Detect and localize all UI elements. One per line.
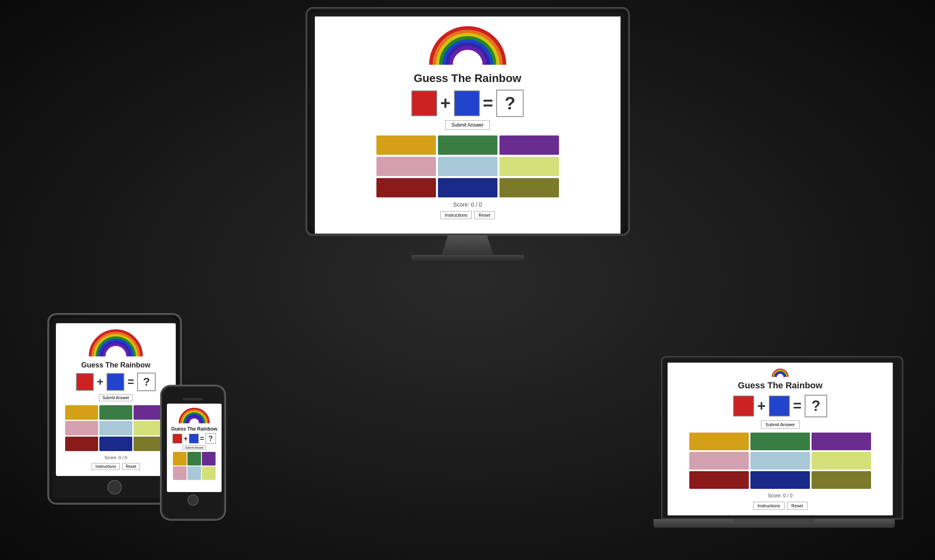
instructions-button[interactable]: Instructions [440, 211, 472, 219]
rainbow-logo-tablet [88, 328, 144, 359]
color-opt-t7[interactable] [65, 437, 98, 451]
equation-row-tablet: + = ? [76, 373, 156, 391]
plus-symbol-phone: + [183, 435, 188, 443]
plus-symbol: + [440, 93, 451, 113]
color-opt-l5[interactable] [750, 452, 810, 470]
color-opt-t2[interactable] [99, 405, 132, 420]
question-box-phone: ? [205, 433, 216, 444]
rainbow-logo-laptop [748, 368, 812, 378]
color-opt-t5[interactable] [99, 421, 132, 435]
reset-button-tablet[interactable]: Reset [122, 463, 140, 470]
plus-symbol-tablet: + [97, 375, 103, 388]
bottom-buttons-laptop: Instructions Reset [753, 502, 808, 510]
laptop-screen: Guess The Rainbow + = ? Submit Answer [668, 363, 893, 515]
color-opt-p1[interactable] [173, 452, 187, 466]
equals-symbol-phone: = [200, 435, 204, 443]
plus-symbol-laptop: + [757, 398, 766, 414]
monitor-screen: Guess The Rainbow + = ? Submit Answer [315, 16, 621, 234]
rainbow-logo [427, 25, 508, 69]
bottom-buttons: Instructions Reset [440, 211, 495, 219]
color-option-4[interactable] [376, 157, 436, 176]
rainbow-logo-phone [178, 407, 210, 425]
color-option-8[interactable] [438, 178, 497, 197]
color-opt-l9[interactable] [812, 471, 871, 489]
color-grid [376, 135, 559, 197]
color-opt-l2[interactable] [750, 433, 810, 450]
color-option-1[interactable] [376, 135, 436, 155]
color-opt-p6[interactable] [202, 466, 216, 480]
color-box-1-phone [173, 434, 182, 443]
reset-button[interactable]: Reset [474, 211, 495, 219]
color-grid-laptop [689, 433, 871, 489]
submit-button-phone[interactable]: Submit Answer [183, 445, 206, 450]
monitor-device: Guess The Rainbow + = ? Submit Answer [306, 8, 629, 263]
app-title-laptop: Guess The Rainbow [738, 380, 822, 391]
laptop-base [653, 519, 895, 528]
phone-screen: Guess The Rainbow + = ? Submit Answer [167, 404, 222, 492]
app-title-phone: Guess The Rainbow [171, 426, 218, 432]
color-opt-l7[interactable] [689, 471, 749, 489]
app-title-tablet: Guess The Rainbow [81, 361, 150, 369]
equals-symbol-laptop: = [793, 398, 801, 414]
laptop-hinge [734, 519, 814, 522]
equals-symbol-tablet: = [127, 375, 134, 388]
color-box-1 [411, 90, 437, 116]
color-opt-p2[interactable] [187, 452, 201, 466]
equation-row: + = ? [411, 90, 524, 117]
color-opt-p3[interactable] [202, 452, 216, 466]
color-opt-p4[interactable] [173, 466, 187, 480]
color-option-2[interactable] [438, 135, 497, 155]
color-grid-tablet [65, 405, 166, 451]
phone-speaker [183, 398, 203, 400]
color-opt-l3[interactable] [812, 433, 871, 450]
color-opt-t1[interactable] [65, 405, 98, 420]
bottom-buttons-tablet: Instructions Reset [92, 463, 140, 470]
color-box-2-laptop [769, 396, 790, 416]
instructions-button-laptop[interactable]: Instructions [753, 502, 785, 510]
monitor-frame: Guess The Rainbow + = ? Submit Answer [306, 8, 629, 235]
color-opt-t4[interactable] [65, 421, 98, 435]
equation-row-laptop: + = ? [733, 395, 827, 417]
laptop-device: Guess The Rainbow + = ? Submit Answer [662, 357, 903, 528]
color-opt-t8[interactable] [99, 437, 132, 451]
color-grid-phone [173, 452, 216, 480]
color-option-7[interactable] [376, 178, 436, 197]
app-title: Guess The Rainbow [414, 72, 522, 85]
color-box-2-tablet [107, 373, 124, 391]
color-option-6[interactable] [499, 157, 559, 176]
submit-button[interactable]: Submit Answer [445, 120, 489, 130]
score-display-laptop: Score: 0 / 0 [768, 493, 792, 498]
monitor-base [411, 255, 524, 263]
question-box: ? [496, 90, 524, 117]
color-option-9[interactable] [499, 178, 559, 197]
color-box-1-laptop [733, 396, 754, 416]
instructions-button-tablet[interactable]: Instructions [92, 463, 119, 470]
monitor-stand [436, 235, 500, 255]
phone-device: Guess The Rainbow + = ? Submit Answer [161, 386, 225, 520]
laptop-screen-frame: Guess The Rainbow + = ? Submit Answer [662, 357, 903, 519]
color-option-5[interactable] [438, 157, 497, 176]
color-box-1-tablet [76, 373, 94, 391]
question-box-tablet: ? [137, 373, 156, 391]
color-box-2 [454, 90, 480, 116]
color-opt-p5[interactable] [187, 466, 201, 480]
color-option-3[interactable] [499, 135, 559, 155]
score-display: Score: 0 / 0 [453, 201, 482, 208]
submit-button-laptop[interactable]: Submit Answer [761, 421, 799, 429]
equation-row-phone: + = ? [173, 433, 216, 444]
color-opt-l1[interactable] [689, 433, 749, 450]
reset-button-laptop[interactable]: Reset [787, 502, 808, 510]
color-opt-l4[interactable] [689, 452, 749, 470]
color-box-2-phone [189, 434, 199, 443]
question-box-laptop: ? [805, 395, 827, 417]
color-opt-l6[interactable] [812, 452, 871, 470]
phone-home-button[interactable] [187, 494, 199, 506]
tablet-home-button[interactable] [107, 480, 122, 494]
color-opt-l8[interactable] [750, 471, 810, 489]
equals-symbol: = [483, 93, 493, 113]
phone-frame: Guess The Rainbow + = ? Submit Answer [161, 386, 225, 520]
submit-button-tablet[interactable]: Submit Answer [99, 394, 133, 401]
score-display-tablet: Score: 0 / 0 [105, 455, 127, 460]
tablet-screen: Guess The Rainbow + = ? Submit Answer [56, 323, 176, 476]
